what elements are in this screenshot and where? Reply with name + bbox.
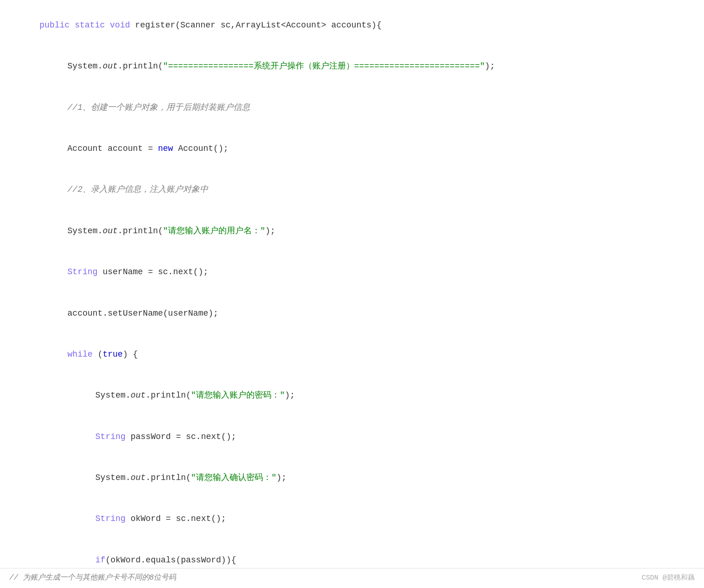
code-line: String passWord = sc.next(); (0, 416, 704, 457)
code-line: Account account = new Account(); (0, 128, 704, 169)
code-line: System.out.println("=================系统开… (0, 46, 704, 87)
code-line: String okWord = sc.next(); (0, 499, 704, 540)
bottom-bar: // 为账户生成一个与其他账户卡号不同的8位号码 CSDN @碧桃和藕 (0, 568, 704, 588)
watermark: CSDN @碧桃和藕 (642, 573, 695, 584)
code-line: String userName = sc.next(); (0, 251, 704, 292)
code-container: public static void register(Scanner sc,A… (0, 0, 704, 588)
code-line: System.out.println("请您输入账户的密码："); (0, 375, 704, 416)
code-line: public static void register(Scanner sc,A… (0, 5, 704, 46)
code-line: while (true) { (0, 334, 704, 375)
code-line: System.out.println("请您输入账户的用户名："); (0, 210, 704, 251)
bottom-comment: // 为账户生成一个与其他账户卡号不同的8位号码 (9, 572, 176, 584)
code-line: account.setUserName(userName); (0, 293, 704, 334)
code-line: //2、录入账户信息，注入账户对象中 (0, 169, 704, 210)
code-line: //1、创建一个账户对象，用于后期封装账户信息 (0, 87, 704, 128)
code-line: System.out.println("请您输入确认密码："); (0, 457, 704, 498)
